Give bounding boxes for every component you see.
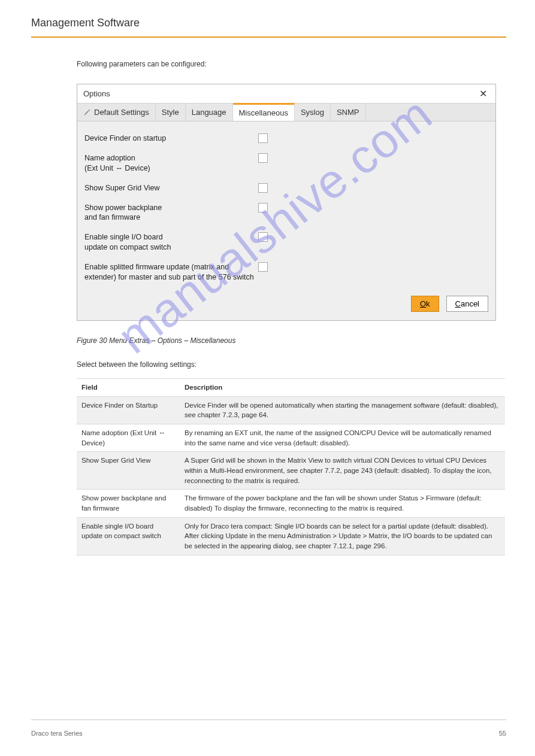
footer-page-number: 55 — [499, 730, 506, 737]
tab-label: SNMP — [337, 108, 359, 117]
footer-series: Draco tera Series — [31, 730, 83, 737]
table-row: Show power backplane and fan firmware Th… — [77, 490, 505, 517]
cell-field: Show power backplane and fan firmware — [77, 490, 180, 517]
cancel-mnemonic: C — [455, 299, 461, 308]
option-label: Show power backplane and fan firmware — [84, 203, 258, 223]
tab-label: Syslog — [301, 108, 324, 117]
tab-syslog[interactable]: Syslog — [295, 104, 331, 121]
cell-desc: By renaming an EXT unit, the name of the… — [180, 424, 505, 452]
tab-snmp[interactable]: SNMP — [331, 104, 366, 121]
table-row: Enable single I/O board update on compac… — [77, 517, 505, 555]
checkbox[interactable] — [258, 232, 268, 242]
tab-label: Language — [192, 108, 226, 117]
dialog-title: Options — [83, 89, 110, 98]
checkbox[interactable] — [258, 203, 268, 212]
option-row: Enable splitted firmware update (matrix … — [84, 262, 488, 283]
checkbox[interactable] — [258, 262, 268, 272]
svg-line-0 — [84, 111, 88, 114]
dialog-button-row: Ok Cancel — [84, 292, 488, 312]
close-icon[interactable]: ✕ — [477, 88, 489, 99]
svg-point-1 — [88, 110, 89, 111]
col-field: Field — [77, 379, 180, 397]
table-row: Show Super Grid View A Super Grid will b… — [77, 452, 505, 490]
cell-field: Show Super Grid View — [77, 452, 180, 490]
dialog-body: Device Finder on startup Name adoption (… — [77, 122, 495, 320]
page-header: Management Software — [31, 17, 506, 38]
table-head-row: Field Description — [77, 379, 505, 397]
option-label: Enable single I/O board update on compac… — [84, 232, 258, 253]
tab-label: Miscellaneous — [239, 108, 288, 117]
table-row: Device Finder on Startup Device Finder w… — [77, 396, 505, 424]
settings-table: Field Description Device Finder on Start… — [77, 378, 505, 555]
cell-field: Device Finder on Startup — [77, 396, 180, 424]
header-rule — [31, 37, 506, 38]
tab-label: Default Settings — [94, 108, 149, 117]
intro-text: Following parameters can be configured: — [77, 60, 505, 68]
option-row: Device Finder on startup — [84, 133, 488, 144]
tab-style[interactable]: Style — [156, 104, 186, 121]
option-label: Show Super Grid View — [84, 183, 258, 193]
option-label: Enable splitted firmware update (matrix … — [84, 262, 258, 283]
option-row: Enable single I/O board update on compac… — [84, 232, 488, 253]
cancel-button[interactable]: Cancel — [446, 296, 488, 312]
col-description: Description — [180, 379, 505, 397]
page-title: Management Software — [31, 17, 506, 29]
cell-desc: Only for Draco tera compact: Single I/O … — [180, 517, 505, 555]
section-subtext: Select between the following settings: — [77, 360, 197, 369]
dialog-tabstrip: Default Settings Style Language Miscella… — [77, 104, 495, 122]
tab-miscellaneous[interactable]: Miscellaneous — [233, 103, 295, 121]
cell-desc: Device Finder will be opened automatical… — [180, 396, 505, 424]
cell-field: Name adoption (Ext Unit ↔ Device) — [77, 424, 180, 452]
checkbox[interactable] — [258, 183, 268, 193]
footer-rule — [31, 719, 506, 720]
option-row: Name adoption (Ext Unit ↔ Device) — [84, 153, 488, 174]
checkbox[interactable] — [258, 153, 268, 163]
option-row: Show Super Grid View — [84, 183, 488, 193]
dialog-titlebar: Options ✕ — [77, 84, 495, 104]
cell-field: Enable single I/O board update on compac… — [77, 517, 180, 555]
tab-default-settings[interactable]: Default Settings — [77, 104, 156, 121]
figure-caption: Figure 30 Menu Extras – Options – Miscel… — [77, 336, 235, 345]
checkbox[interactable] — [258, 133, 268, 143]
cell-desc: The firmware of the power backplane and … — [180, 490, 505, 517]
option-label: Device Finder on startup — [84, 133, 258, 144]
ok-rest: k — [426, 299, 430, 308]
options-dialog-screenshot: Options ✕ Default Settings Style Languag… — [77, 84, 496, 321]
cell-desc: A Super Grid will be shown in the Matrix… — [180, 452, 505, 490]
svg-line-3 — [89, 110, 90, 111]
wand-icon — [83, 109, 90, 116]
option-label: Name adoption (Ext Unit ↔ Device) — [84, 153, 258, 174]
tab-label: Style — [162, 108, 179, 117]
tab-language[interactable]: Language — [186, 104, 233, 121]
ok-button[interactable]: Ok — [411, 296, 439, 312]
ok-mnemonic: O — [420, 299, 426, 308]
cancel-rest: ancel — [461, 299, 479, 308]
table-row: Name adoption (Ext Unit ↔ Device) By ren… — [77, 424, 505, 452]
option-row: Show power backplane and fan firmware — [84, 203, 488, 223]
